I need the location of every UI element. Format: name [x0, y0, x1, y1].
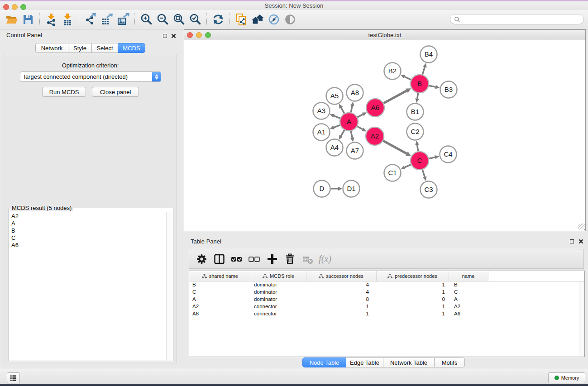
tab-motifs[interactable]: Motifs [434, 357, 465, 367]
tab-edge-table[interactable]: Edge Table [346, 357, 383, 367]
show-columns-icon[interactable] [212, 252, 226, 266]
search-input[interactable] [460, 16, 580, 23]
close-panel-button[interactable]: Close panel [92, 87, 139, 97]
fx-label: f(x) [319, 254, 331, 264]
network-canvas[interactable]: AA1A2A3A4A5A6A7A8BB1B2B3B4CC1C2C3C4DD1 [184, 40, 585, 231]
table-mode-gear-icon[interactable] [195, 252, 208, 266]
graph-edge-B-B4[interactable] [422, 67, 425, 75]
mcds-result-item[interactable]: A6 [11, 242, 166, 249]
graph-edge-A-A4[interactable] [341, 130, 344, 136]
home-icon[interactable] [249, 12, 266, 27]
float-icon [163, 34, 167, 38]
graph-edge-B-B2[interactable] [405, 76, 411, 80]
table-panel-close-button[interactable] [578, 238, 584, 244]
tab-node-table[interactable]: Node Table [302, 357, 346, 367]
table-header-row: shared name MCDS role successor nodes pr… [189, 271, 584, 281]
tab-style[interactable]: Style [68, 43, 92, 53]
import-table-icon[interactable] [59, 12, 76, 27]
task-history-button[interactable] [7, 372, 20, 383]
column-header-filler [488, 271, 584, 281]
column-header-shared-name[interactable]: shared name [189, 271, 251, 281]
graph-edge-A2-C[interactable] [383, 141, 406, 153]
column-header-mcds-role[interactable]: MCDS role [251, 271, 306, 281]
tab-network-table[interactable]: Network Table [383, 357, 435, 367]
close-icon [171, 33, 176, 38]
table-row[interactable]: A6connector11A6 [189, 310, 584, 317]
select-all-columns-icon[interactable] [230, 252, 244, 266]
birdseye-view-icon[interactable] [282, 12, 298, 27]
mcds-result-item[interactable]: A2 [11, 213, 166, 220]
graph-edge-A-A1[interactable] [334, 125, 340, 127]
graph-arrowhead [350, 102, 354, 106]
open-session-icon[interactable] [4, 12, 20, 27]
attribute-icon [387, 274, 392, 278]
graph-edge-A-A7[interactable] [351, 131, 352, 138]
graph-node-label: A [347, 118, 351, 125]
mcds-result-item[interactable]: B [11, 227, 166, 234]
zoom-fit-icon[interactable] [171, 12, 187, 27]
mcds-result-item[interactable]: A [11, 220, 166, 227]
graph-edge-A-A6[interactable] [358, 114, 363, 117]
new-network-from-selection-icon[interactable] [233, 12, 249, 27]
network-graph[interactable]: AA1A2A3A4A5A6A7A8BB1B2B3B4CC1C2C3C4DD1 [184, 40, 585, 231]
table-row[interactable]: Adominator80A [189, 295, 584, 303]
graph-edge-A6-B[interactable] [383, 91, 406, 103]
save-session-icon[interactable] [20, 12, 36, 27]
tab-network[interactable]: Network [35, 43, 68, 53]
hide-graphics-details-icon[interactable] [266, 12, 282, 27]
create-column-icon[interactable] [265, 252, 279, 266]
export-table-icon[interactable] [99, 12, 115, 27]
table-panel-title: Table Panel [191, 238, 221, 245]
zoom-selected-icon[interactable] [187, 12, 203, 27]
graph-node-label: A4 [330, 143, 339, 151]
search-field[interactable] [450, 14, 584, 24]
control-panel-close-button[interactable] [170, 33, 177, 39]
criterion-dropdown[interactable]: largest connected component (directed) [20, 71, 161, 82]
unselect-all-columns-icon[interactable] [248, 252, 261, 266]
mcds-result-scrollbar[interactable] [166, 212, 172, 360]
network-resize-grip[interactable] [578, 224, 585, 230]
network-window-titlebar[interactable]: testGlobe.txt [184, 30, 585, 40]
export-image-icon[interactable] [115, 12, 131, 27]
tab-select[interactable]: Select [91, 43, 118, 53]
function-builder-icon: f(x) [318, 252, 332, 266]
table-panel-float-button[interactable] [569, 238, 575, 244]
column-header-name[interactable]: name [449, 271, 488, 281]
table-row[interactable]: A2connector11A2 [189, 303, 584, 310]
delete-columns-icon[interactable] [283, 252, 296, 266]
graph-node-label: C [417, 157, 422, 164]
memory-button[interactable]: Memory [548, 372, 585, 383]
control-panel-float-button[interactable] [162, 33, 168, 39]
run-mcds-button[interactable]: Run MCDS [42, 87, 86, 97]
graph-edge-A-A3[interactable] [334, 116, 340, 119]
graph-edge-C-C4[interactable] [429, 157, 435, 158]
graph-edge-C-C1[interactable] [405, 165, 411, 167]
graph-node-label: A6 [371, 104, 379, 111]
refresh-layout-icon[interactable] [210, 12, 226, 27]
zoom-in-icon[interactable] [138, 12, 154, 27]
graph-edge-A-A2[interactable] [357, 126, 363, 129]
mcds-result-item[interactable]: C [11, 234, 166, 242]
table-row[interactable]: Bdominator41B [189, 281, 584, 288]
tab-mcds[interactable]: MCDS [118, 43, 145, 53]
main-titlebar[interactable]: Session: New Session [0, 1, 588, 10]
table-row[interactable]: Cdominator41C [189, 288, 584, 295]
column-header-successor-nodes[interactable]: successor nodes [306, 271, 376, 281]
graph-edge-B-B3[interactable] [429, 86, 436, 87]
graph-edge-C-C3[interactable] [422, 170, 425, 177]
export-network-icon[interactable] [82, 12, 99, 27]
table-scrollbar[interactable] [579, 281, 584, 356]
graph-node-label: B4 [425, 50, 433, 58]
graph-edge-C-C2[interactable] [417, 145, 418, 151]
table-tabs: Node Table Edge Table Network Table Moti… [302, 357, 465, 367]
graph-arrowhead [415, 98, 419, 103]
graph-edge-B-B1[interactable] [417, 93, 418, 99]
graph-edge-A-A8[interactable] [351, 106, 352, 113]
graph-edge-A-A5[interactable] [341, 108, 344, 114]
zoom-out-icon[interactable] [154, 12, 171, 27]
graph-node-label: C4 [444, 150, 452, 158]
node-table: shared name MCDS role successor nodes pr… [189, 271, 585, 357]
import-network-icon[interactable] [43, 12, 59, 27]
graph-node-label: A2 [371, 132, 379, 140]
column-header-predecessor-nodes[interactable]: predecessor nodes [376, 271, 449, 281]
